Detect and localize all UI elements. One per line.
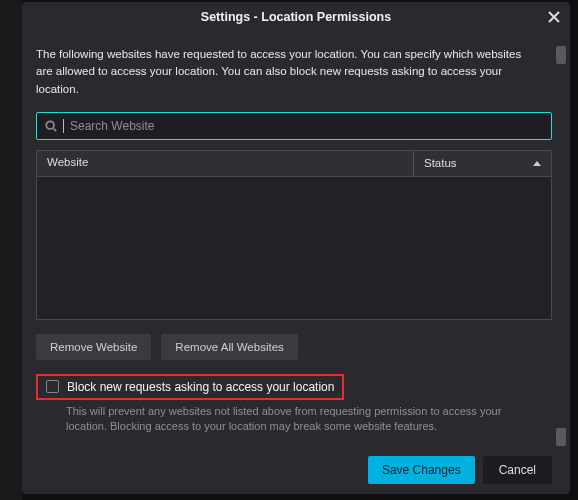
dialog-body: The following websites have requested to… [22,32,570,494]
close-button[interactable] [544,7,564,27]
table-body [37,177,551,319]
block-requests-label: Block new requests asking to access your… [67,380,334,394]
table-header: Website Status [37,151,551,177]
remove-website-button[interactable]: Remove Website [36,334,151,360]
sort-up-icon [533,161,541,166]
scroll-arrow-down-icon[interactable] [556,428,566,446]
websites-table: Website Status [36,150,552,320]
search-input[interactable] [70,119,543,133]
action-row: Remove Website Remove All Websites [36,334,552,360]
column-status[interactable]: Status [413,151,551,176]
block-requests-hint: This will prevent any websites not liste… [36,404,526,435]
close-icon [548,11,560,23]
column-status-label: Status [424,157,457,169]
scroll-arrow-up-icon[interactable] [556,46,566,64]
text-cursor [63,119,64,133]
block-requests-row[interactable]: Block new requests asking to access your… [36,374,344,400]
cancel-button[interactable]: Cancel [483,456,552,484]
search-icon [45,120,57,132]
scrollbar[interactable] [556,46,566,446]
search-field[interactable] [36,112,552,140]
background-sidebar [0,0,22,500]
location-permissions-dialog: Settings - Location Permissions The foll… [22,2,570,494]
remove-all-websites-button[interactable]: Remove All Websites [161,334,297,360]
svg-point-0 [46,121,54,129]
dialog-footer: Save Changes Cancel [36,446,552,484]
intro-text: The following websites have requested to… [36,46,536,98]
save-changes-button[interactable]: Save Changes [368,456,475,484]
block-requests-checkbox[interactable] [46,380,59,393]
column-website[interactable]: Website [37,151,413,176]
dialog-title: Settings - Location Permissions [201,10,391,24]
dialog-titlebar: Settings - Location Permissions [22,2,570,32]
